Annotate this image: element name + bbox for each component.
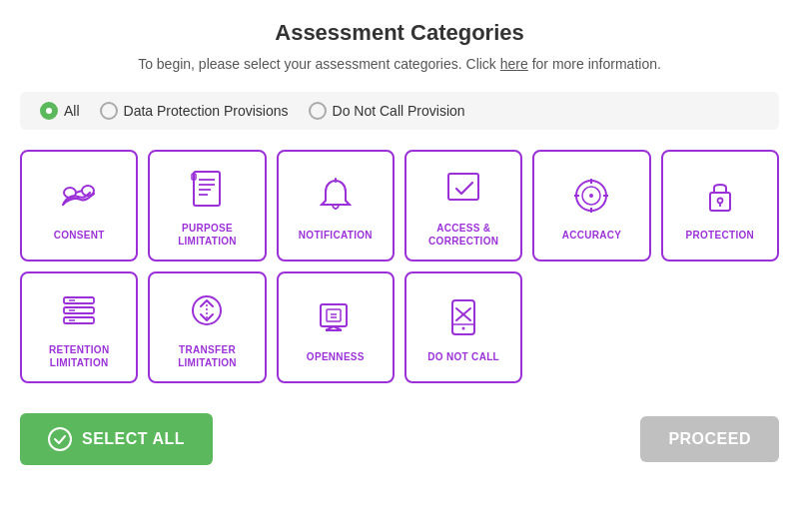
category-protection[interactable]: PROTECTION (661, 150, 779, 262)
select-all-label: SELECT ALL (82, 430, 185, 448)
svg-rect-10 (448, 174, 478, 200)
notification-label: NOTIFICATION (299, 229, 373, 242)
filter-all-label: All (64, 103, 80, 119)
more-info-link[interactable]: here (500, 56, 528, 72)
category-notification[interactable]: NOTIFICATION (277, 150, 395, 262)
svg-rect-23 (64, 317, 94, 323)
category-do-not-call[interactable]: DO NOT CALL (404, 271, 522, 383)
filter-all[interactable]: All (40, 102, 80, 120)
categories-row-1: CONSENT PURPOSELIMITATION NOTIFICATION (20, 150, 779, 262)
notification-icon (311, 171, 361, 221)
accuracy-icon (566, 171, 616, 221)
page-subtitle: To begin, please select your assessment … (138, 56, 661, 72)
radio-all-circle (40, 102, 58, 120)
category-accuracy[interactable]: ACCURACY (532, 150, 650, 262)
transfer-limitation-label: TRANSFERLIMITATION (178, 343, 237, 369)
category-consent[interactable]: CONSENT (20, 150, 138, 262)
category-retention-limitation[interactable]: RETENTIONLIMITATION (20, 271, 138, 383)
svg-point-17 (589, 194, 593, 198)
svg-line-2 (76, 191, 82, 193)
purpose-limitation-label: PURPOSELIMITATION (178, 222, 237, 248)
consent-icon (54, 171, 104, 221)
category-purpose-limitation[interactable]: PURPOSELIMITATION (148, 150, 266, 262)
do-not-call-label: DO NOT CALL (427, 350, 499, 363)
empty-cell-1 (532, 271, 650, 383)
select-all-button[interactable]: SELECT ALL (20, 413, 213, 465)
category-access-correction[interactable]: ACCESS &CORRECTION (404, 150, 522, 262)
proceed-button[interactable]: PROCEED (640, 416, 779, 462)
filter-dpp-label: Data Protection Provisions (124, 103, 289, 119)
accuracy-label: ACCURACY (562, 229, 622, 242)
svg-rect-30 (327, 309, 341, 321)
category-transfer-limitation[interactable]: TRANSFERLIMITATION (148, 271, 266, 383)
svg-point-19 (717, 198, 722, 203)
categories-row-2: RETENTIONLIMITATION TRANSFERLIMITATION (20, 271, 779, 383)
filter-dpp[interactable]: Data Protection Provisions (100, 102, 289, 120)
svg-rect-18 (710, 193, 730, 211)
page-title: Assessment Categories (275, 20, 523, 46)
svg-rect-22 (64, 307, 94, 313)
openness-label: OPENNESS (307, 350, 365, 363)
access-correction-icon (438, 164, 488, 214)
filter-dnc[interactable]: Do Not Call Provision (309, 102, 465, 120)
protection-label: PROTECTION (686, 229, 755, 242)
filter-bar: All Data Protection Provisions Do Not Ca… (20, 92, 779, 130)
svg-point-38 (462, 326, 465, 329)
access-correction-label: ACCESS &CORRECTION (428, 222, 498, 248)
protection-icon (695, 171, 745, 221)
radio-dnc-circle (309, 102, 327, 120)
svg-rect-21 (64, 297, 94, 303)
proceed-label: PROCEED (668, 430, 751, 447)
retention-limitation-label: RETENTIONLIMITATION (49, 343, 109, 369)
empty-cell-2 (661, 271, 779, 383)
select-all-check-icon (48, 427, 72, 451)
svg-rect-3 (194, 172, 220, 206)
radio-dpp-circle (100, 102, 118, 120)
purpose-limitation-icon (182, 164, 232, 214)
filter-dnc-label: Do Not Call Provision (333, 103, 465, 119)
consent-label: CONSENT (54, 229, 105, 242)
svg-rect-29 (321, 304, 347, 326)
retention-limitation-icon (54, 285, 104, 335)
bottom-bar: SELECT ALL PROCEED (20, 413, 779, 465)
transfer-limitation-icon (182, 285, 232, 335)
openness-icon (311, 292, 361, 342)
do-not-call-icon (438, 292, 488, 342)
category-openness[interactable]: OPENNESS (277, 271, 395, 383)
